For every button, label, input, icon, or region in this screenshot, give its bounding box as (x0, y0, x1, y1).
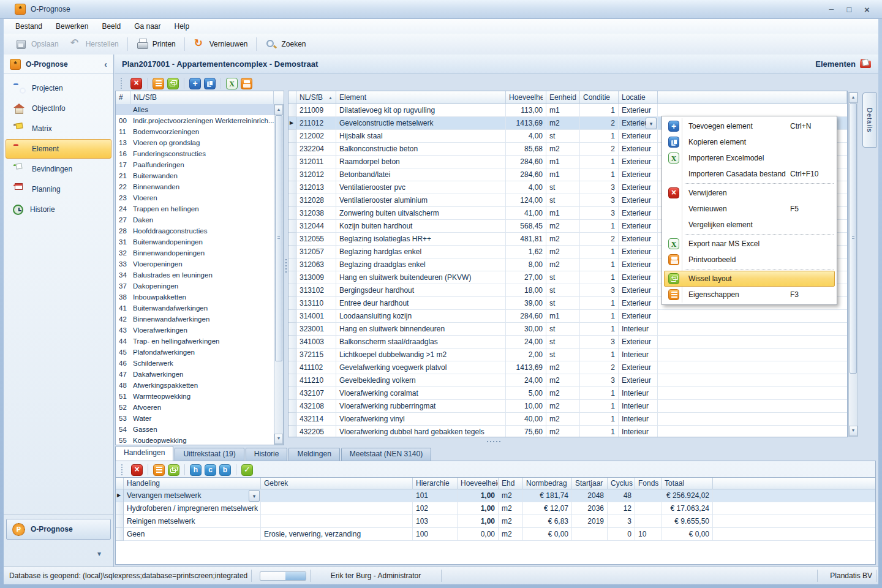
props-icon[interactable] (153, 78, 164, 89)
tab-meetstaat-nen-3140[interactable]: Meetstaat (NEN 3140) (341, 448, 431, 461)
scroll-down-icon[interactable] (849, 426, 858, 436)
toolbar-vernieuwen-button[interactable]: Vernieuwen (188, 36, 254, 52)
column-header-element[interactable]: Element (336, 91, 506, 104)
sidebar-item-projecten[interactable]: Projecten (6, 78, 111, 98)
sidebar-oprognose-button[interactable]: P O-Prognose (6, 519, 111, 540)
element-row[interactable]: 432114Vloerafwerking vinyl40,00m21Interi… (288, 413, 847, 426)
element-row[interactable]: 372115Lichtkoepel dubbelwandig >1 m22,00… (288, 349, 847, 361)
sfb-row[interactable]: 23Vloeren (116, 192, 274, 203)
context-menu-item-export-naar-ms-excel[interactable]: Export naar MS Excel (664, 236, 835, 252)
layout-icon[interactable] (167, 78, 179, 89)
sfb-row[interactable]: 33Vloeropeningen (116, 258, 274, 270)
close-button[interactable] (858, 4, 876, 15)
column-header-fonds[interactable]: Fonds (635, 478, 662, 489)
sfb-row[interactable]: 51Warmteopwekking (116, 391, 274, 402)
element-row[interactable]: 411102Gevelafwerking voegwerk platvol141… (288, 361, 847, 374)
element-row[interactable]: 341003Balkonscherm staal/draadglas24,00s… (288, 336, 847, 349)
column-header-cyclus[interactable]: Cyclus (608, 478, 635, 489)
add-icon[interactable] (189, 78, 201, 89)
layout-icon[interactable] (168, 464, 179, 476)
scrollbar-thumb[interactable] (275, 115, 282, 361)
element-row[interactable]: 314001Loodaansluiting kozijn284,60m11Ext… (288, 310, 847, 323)
sidebar-item-matrix[interactable]: Matrix (6, 119, 111, 138)
sfb-column-nlsfb[interactable]: NL/SfB (130, 91, 274, 104)
menu-bestand[interactable]: Bestand (9, 20, 49, 32)
details-tab[interactable]: Details (862, 92, 876, 148)
sidebar-options-chevron-icon[interactable] (97, 549, 101, 558)
sfb-row[interactable]: 41Buitenwandafwerkingen (116, 303, 274, 314)
sfb-row[interactable]: 52Afvoeren (116, 402, 274, 413)
sfb-row[interactable]: 00Indir.projectvoorzieningen Werkterrein… (116, 115, 274, 126)
sfb-row[interactable]: 43Vloerafwerkingen (116, 325, 274, 336)
column-header-hoeveelheid[interactable]: Hoeveelheid (458, 478, 499, 489)
element-row[interactable]: 411210Gevelbekleding volkern24,00m23Exte… (288, 374, 847, 387)
column-header-handeling[interactable]: Handeling (124, 478, 261, 489)
menu-bewerken[interactable]: Bewerken (49, 20, 95, 32)
menu-beeld[interactable]: Beeld (95, 20, 127, 32)
delete-icon[interactable] (130, 78, 142, 89)
sfb-column-number[interactable]: # (116, 91, 130, 104)
toolbar-opslaan-button[interactable]: Opslaan (10, 36, 64, 52)
tab-meldingen[interactable]: Meldingen (288, 448, 339, 461)
tab-handelingen[interactable]: Handelingen (115, 446, 173, 461)
toolbar-zoeken-button[interactable]: Zoeken (260, 36, 311, 52)
column-header-hierarchie[interactable]: Hierarchie (413, 478, 458, 489)
sfb-row[interactable]: 42Binnenwandafwerkingen (116, 314, 274, 325)
sfb-row[interactable]: 28Hoofddraagconstructies (116, 225, 274, 236)
element-row[interactable]: 432205Vloerafwerking dubbel hard gebakke… (288, 426, 847, 437)
toolbar-grip[interactable] (121, 464, 125, 475)
column-header-normbedrag[interactable]: Normbedrag (523, 478, 572, 489)
context-menu-item-importeren-excelmodel[interactable]: Importeren Excelmodel (664, 150, 835, 166)
column-header-nl-sfb[interactable]: NL/SfB (296, 91, 336, 104)
scroll-up-icon[interactable] (849, 92, 858, 103)
element-row[interactable]: 432107Vloerafwerking coralmat5,00m21Inte… (288, 387, 847, 400)
b-icon[interactable] (219, 464, 231, 476)
toolbar-grip[interactable] (121, 78, 124, 89)
toolbar-herstellen-button[interactable]: Herstellen (64, 36, 124, 52)
sfb-row[interactable]: 34Balustrades en leuningen (116, 270, 274, 281)
delete-icon[interactable] (131, 464, 143, 476)
sfb-row[interactable]: 53Water (116, 413, 274, 424)
sfb-row[interactable]: 47Dakafwerkingen (116, 369, 274, 380)
sfb-row[interactable]: 48Afwerkingspakketten (116, 380, 274, 391)
element-row[interactable]: 432108Vloerafwerking rubberringmat10,00m… (288, 400, 847, 413)
sfb-row[interactable]: 38Inbouwpakketten (116, 292, 274, 303)
context-menu-item-wissel-layout[interactable]: Wissel layout (664, 271, 835, 287)
print-icon[interactable] (241, 78, 252, 89)
handeling-row[interactable]: Vervangen metselwerk1011,00m2€ 181,74204… (116, 489, 875, 502)
sfb-row[interactable]: 44Trap- en hellingafwerkingen (116, 336, 274, 347)
column-header-locatie[interactable]: Locatie (619, 91, 658, 104)
context-menu-item-toevoegen-element[interactable]: Toevoegen elementCtrl+N (664, 118, 835, 134)
context-menu-item-kopieren-element[interactable]: Kopieren element (664, 134, 835, 150)
context-menu-item-verwijderen[interactable]: Verwijderen (664, 185, 835, 201)
context-menu-item-importeren-casadata-bestand[interactable]: Importeren Casadata bestandCtrl+F10 (664, 166, 835, 182)
collapse-sidebar-icon[interactable] (104, 59, 107, 69)
sfb-row[interactable]: 46Schilderwerk (116, 358, 274, 369)
sidebar-item-planning[interactable]: Planning (6, 179, 111, 199)
excel-icon[interactable] (226, 78, 238, 89)
menu-help[interactable]: Help (167, 20, 196, 32)
sfb-row[interactable]: 22Binnenwanden (116, 181, 274, 192)
locatie-dropdown-button[interactable] (646, 118, 657, 129)
sfb-row[interactable]: 27Daken (116, 214, 274, 225)
copy-icon[interactable] (204, 78, 216, 89)
sfb-row[interactable]: 32Binnenwandopeningen (116, 247, 274, 258)
sfb-row[interactable]: 54Gassen (116, 424, 274, 435)
column-header-gebrek[interactable]: Gebrek (261, 478, 413, 489)
check-icon[interactable] (241, 464, 253, 476)
sfb-row[interactable]: 21Buitenwanden (116, 170, 274, 181)
sfb-row[interactable]: 37Dakopeningen (116, 281, 274, 292)
menu-ga-naar[interactable]: Ga naar (127, 20, 167, 32)
handeling-dropdown-button[interactable] (249, 490, 260, 502)
handeling-row[interactable]: Reinigen metselwerk1031,00m2€ 6,8320193€… (116, 515, 875, 528)
sidebar-item-historie[interactable]: Historie (6, 200, 111, 219)
sfb-row[interactable]: 16Funderingsconstructies (116, 148, 274, 159)
h-icon[interactable] (190, 464, 202, 476)
sfb-row[interactable]: 31Buitenwandopeningen (116, 236, 274, 247)
context-menu-item-printvoorbeeld[interactable]: Printvoorbeeld (664, 252, 835, 268)
sfb-row[interactable]: 11Bodemvoorzieningen (116, 126, 274, 137)
element-row[interactable]: 323001Hang en sluitwerk binnendeuren30,0… (288, 323, 847, 336)
tab-uittrekstaat-19[interactable]: Uittrekstaat (19) (175, 448, 244, 461)
column-header-ehd[interactable]: Ehd (499, 478, 523, 489)
sfb-row[interactable]: 24Trappen en hellingen (116, 203, 274, 214)
